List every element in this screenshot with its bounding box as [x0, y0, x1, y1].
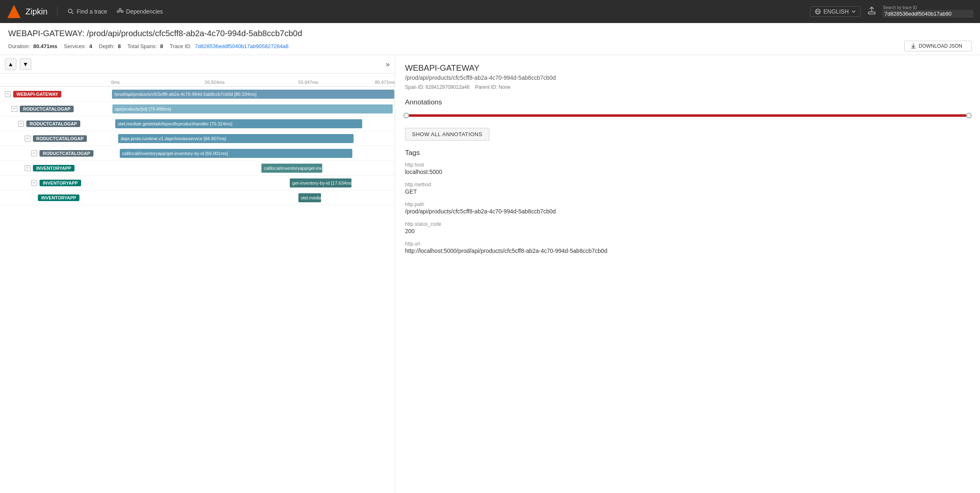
span-row-2[interactable]: −RODUCTCATALOGAPapi/products/{id} [79.49… [0, 102, 395, 116]
download-icon [910, 43, 916, 49]
tag-key-2: http.method [405, 182, 970, 187]
span-label-col-6: −INVENTORYAPP [0, 165, 111, 171]
svg-rect-4 [121, 11, 123, 12]
tag-key-5: http.url [405, 241, 970, 247]
duration-value: 80.471ms [33, 43, 58, 49]
trace-id-label: Trace ID: [170, 43, 191, 49]
span-ids: Span ID: 6284129709012a46 Parent ID: Non… [405, 84, 970, 90]
ruler-tick-1: 26.824ms [205, 80, 224, 85]
span-bar-col-3: otel.mediatr.getdetailofspecificproducth… [111, 116, 395, 131]
chevron-down-icon [851, 9, 856, 14]
tag-value-1: localhost:5000 [405, 169, 970, 175]
trace-title: WEBAPI-GATEWAY: /prod/api/products/cfc5c… [8, 29, 972, 38]
span-label-col-7: −INVENTORYAPP [0, 180, 111, 186]
download-json-button[interactable]: DOWNLOAD JSON [904, 41, 972, 51]
span-bar-4[interactable]: dapr.proto.runtime.v1.dapr/invokeservice… [118, 134, 354, 143]
collapse-btn-3[interactable]: − [18, 121, 24, 127]
svg-rect-3 [117, 11, 119, 12]
svg-line-2 [72, 12, 73, 14]
span-row-4[interactable]: −RODUCTCATALOGAPdapr.proto.runtime.v1.da… [0, 131, 395, 146]
tag-item-1: http.hostlocalhost:5000 [405, 162, 970, 175]
collapse-btn-7[interactable]: − [31, 180, 37, 186]
depth-value: 8 [118, 43, 121, 49]
span-bar-col-5: calllocal/inventoryapp/get-inventory-by-… [111, 146, 395, 160]
annotations-section-title: Annotations [405, 98, 970, 106]
expand-right-button[interactable]: » [386, 60, 390, 69]
topnav-right: ENGLISH Search by trace ID [810, 5, 973, 18]
svg-rect-11 [868, 12, 875, 14]
collapse-btn-4[interactable]: − [25, 136, 30, 141]
collapse-btn-1[interactable]: − [5, 91, 11, 97]
trace-meta: Duration: 80.471ms Services: 4 Depth: 8 … [8, 41, 972, 51]
span-bar-2[interactable]: api/products/{id} [79.498ms] [112, 104, 393, 113]
span-bar-col-7: get-inventory-by-id [17.634ms] [111, 176, 395, 190]
expand-down-button[interactable]: ▼ [20, 58, 31, 70]
collapse-btn-2[interactable]: − [12, 106, 17, 112]
detail-panel: WEBAPI-GATEWAY /prod/api/products/cfc5cf… [395, 55, 980, 493]
span-bar-col-1: /prod/api/products/cfc5cff8-ab2a-4c70-99… [111, 87, 395, 101]
show-annotations-button[interactable]: SHOW ALL ANNOTATIONS [405, 128, 489, 141]
span-bar-col-4: dapr.proto.runtime.v1.dapr/invokeservice… [111, 131, 395, 146]
tag-key-1: http.host [405, 162, 970, 168]
service-badge-4: RODUCTCATALOGAP [33, 135, 87, 142]
svg-point-1 [68, 9, 72, 13]
tag-item-4: http.status_code200 [405, 221, 970, 234]
logo[interactable]: Zipkin [7, 4, 47, 19]
zipkin-logo-icon [7, 4, 21, 19]
span-row-7[interactable]: −INVENTORYAPPget-inventory-by-id [17.634… [0, 176, 395, 190]
span-row-3[interactable]: −RODUCTCATALOGAPotel.mediatr.getdetailof… [0, 116, 395, 131]
span-row-8[interactable]: INVENTORYAPPotel.mediatr.getinventoryhan… [0, 190, 395, 205]
services-value: 4 [89, 43, 92, 49]
tag-item-3: http.path/prod/api/products/cfc5cff8-ab2… [405, 201, 970, 215]
trace-id-input[interactable] [883, 10, 973, 18]
app-title: Zipkin [26, 7, 47, 16]
span-bar-7[interactable]: get-inventory-by-id [17.634ms] [290, 178, 351, 187]
language-selector[interactable]: ENGLISH [810, 6, 861, 17]
span-bar-col-6: calllocal/inventoryapp/get-inventory-by-… [111, 161, 395, 175]
annotation-dot-start [403, 113, 409, 118]
tag-key-3: http.path [405, 201, 970, 207]
service-badge-7: INVENTORYAPP [40, 180, 81, 186]
span-bar-8[interactable]: otel.mediatr.getinventoryhandler [6.421m… [298, 193, 321, 202]
collapse-up-button[interactable]: ▲ [5, 58, 16, 70]
trace-id-value: 7d828536eddf5040b17ab905827284a8 [195, 43, 289, 49]
tag-value-4: 200 [405, 228, 970, 234]
upload-button[interactable] [867, 6, 876, 17]
collapse-btn-5[interactable]: − [31, 150, 37, 156]
tag-value-5: http://localhost:5000/prod/api/products/… [405, 248, 970, 254]
span-row-6[interactable]: −INVENTORYAPPcalllocal/inventoryapp/get-… [0, 161, 395, 176]
network-icon [117, 8, 123, 15]
tag-value-3: /prod/api/products/cfc5cff8-ab2a-4c70-99… [405, 208, 970, 215]
detail-service-name: WEBAPI-GATEWAY [405, 63, 970, 73]
collapse-btn-6[interactable]: − [25, 165, 30, 171]
span-bar-5[interactable]: calllocal/inventoryapp/get-inventory-by-… [120, 149, 352, 158]
tag-item-2: http.methodGET [405, 182, 970, 195]
nav-divider [57, 7, 58, 16]
span-label-col-3: −RODUCTCATALOGAP [0, 120, 111, 127]
service-badge-2: RODUCTCATALOGAP [20, 106, 74, 112]
annotation-dot-end [966, 113, 972, 118]
dependencies-link[interactable]: Dependencies [117, 8, 163, 15]
span-bar-1[interactable]: /prod/api/products/cfc5cff8-ab2a-4c70-99… [112, 90, 394, 99]
span-label-col-8: INVENTORYAPP [0, 194, 111, 201]
tags-section-title: Tags [405, 149, 970, 157]
tag-value-2: GET [405, 188, 970, 195]
span-bar-6[interactable]: calllocal/inventoryapp/get-inventory-by-… [261, 164, 322, 173]
service-badge-3: RODUCTCATALOGAP [26, 120, 80, 127]
span-bar-col-2: api/products/{id} [79.498ms] [111, 102, 395, 116]
service-badge-8: INVENTORYAPP [38, 194, 79, 201]
main-content: ▲ ▼ » 0ms 26.824ms 53.647ms 80.471ms −WE… [0, 55, 980, 493]
detail-path: /prod/api/products/cfc5cff8-ab2a-4c70-99… [405, 74, 970, 81]
span-bar-3[interactable]: otel.mediatr.getdetailofspecificproducth… [115, 119, 362, 128]
annotations-bar [405, 114, 970, 117]
translate-icon [815, 8, 821, 15]
find-trace-link[interactable]: Find a trace [68, 8, 107, 15]
trace-id-search: Search by trace ID [883, 5, 973, 18]
total-spans-label: Total Spans: [128, 43, 157, 49]
span-row-5[interactable]: −RODUCTCATALOGAPcalllocal/inventoryapp/g… [0, 146, 395, 161]
trace-controls: ▲ ▼ » [0, 55, 395, 74]
trace-header: WEBAPI-GATEWAY: /prod/api/products/cfc5c… [0, 23, 980, 55]
span-row-1[interactable]: −WEBAPI-GATEWAY/prod/api/products/cfc5cf… [0, 87, 395, 102]
search-icon [68, 8, 74, 15]
depth-label: Depth: [99, 43, 114, 49]
